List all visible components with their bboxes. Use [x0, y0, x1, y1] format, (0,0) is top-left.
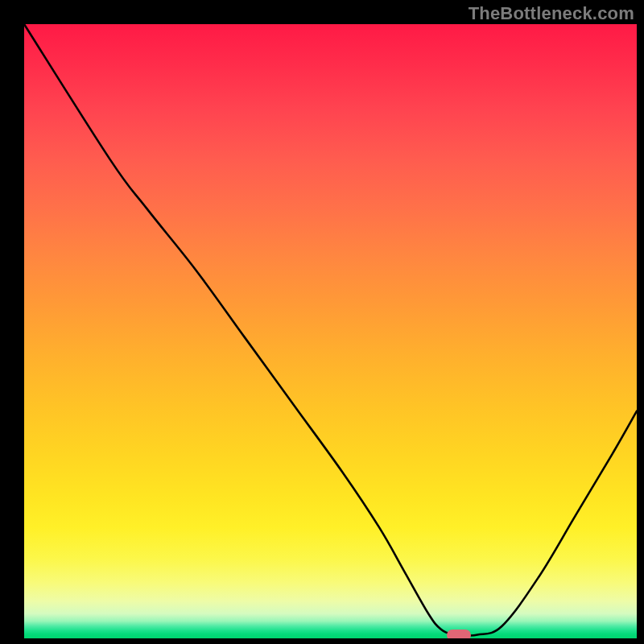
- bottleneck-curve: [24, 24, 637, 638]
- chart-frame: TheBottleneck.com: [0, 0, 644, 644]
- optimal-marker: [447, 630, 471, 638]
- plot-area: [24, 24, 637, 638]
- watermark-text: TheBottleneck.com: [469, 3, 634, 24]
